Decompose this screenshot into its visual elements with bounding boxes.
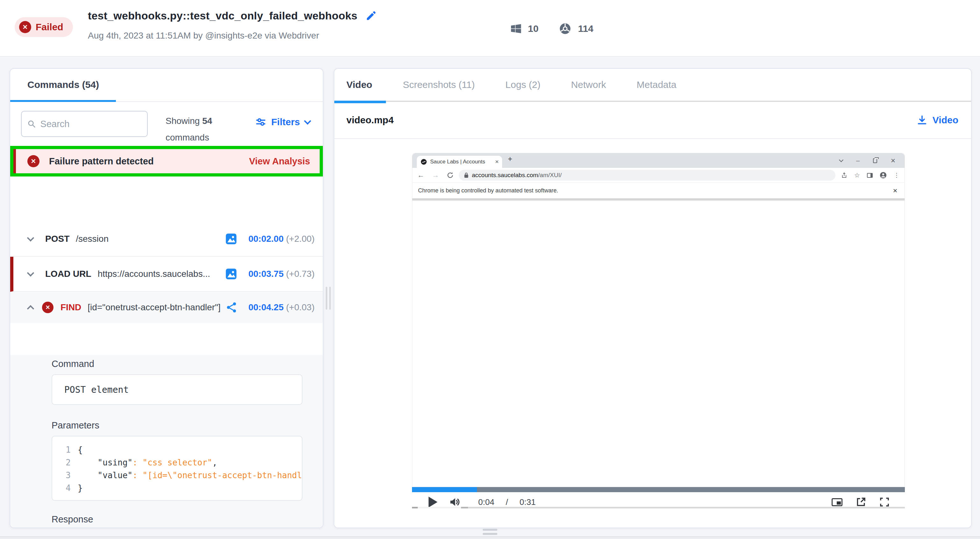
- browser-version: 114: [578, 23, 593, 34]
- chrome-icon: [559, 22, 571, 35]
- picture-in-picture-icon[interactable]: [832, 498, 842, 506]
- toolbar-right-icons: ☆ ⋮: [841, 171, 899, 179]
- command-section-label: Command: [52, 359, 302, 369]
- share-export-icon: [841, 172, 847, 179]
- command-time: 00:04.25 (+0.03): [248, 302, 315, 313]
- time-separator: /: [506, 497, 508, 507]
- video-progress-fill: [412, 487, 477, 492]
- current-time: 0:04: [478, 497, 495, 507]
- tab-metadata[interactable]: Metadata: [636, 79, 676, 90]
- url-host: accounts.saucelabs.com: [472, 172, 538, 179]
- os-version: 10: [528, 23, 538, 34]
- browser-tabstrip: Sauce Labs | Accounts ✕ + – ✕: [412, 153, 905, 168]
- chevron-down-icon[interactable]: [27, 234, 34, 242]
- chevron-down-icon: [304, 118, 311, 125]
- command-detail: /session: [76, 234, 108, 244]
- share-icon[interactable]: [226, 301, 237, 313]
- restore-icon: [873, 158, 877, 163]
- browser-tab-title: Sauce Labs | Accounts: [430, 159, 492, 165]
- infobar-close-icon: ✕: [893, 187, 897, 194]
- edit-title-pencil-icon[interactable]: [366, 11, 376, 21]
- test-subtitle: Aug 4th, 2023 at 11:51AM by @insights-e2…: [88, 30, 319, 41]
- filters-sliders-icon: [255, 116, 266, 128]
- command-time: 00:02.00 (+2.00): [248, 234, 315, 244]
- download-video-label: Video: [932, 115, 958, 126]
- video-frame-browser-window: Sauce Labs | Accounts ✕ + – ✕ ← →: [412, 153, 905, 487]
- search-icon: [27, 119, 36, 129]
- reload-icon: [447, 172, 454, 179]
- page-title: test_webhooks.py::test_vdc_only_failed_w…: [88, 10, 357, 22]
- browser-tab: Sauce Labs | Accounts ✕: [417, 156, 502, 168]
- commands-panel: Commands (54) Showing 54 commands: [10, 68, 323, 528]
- play-button[interactable]: [428, 497, 438, 507]
- minimize-icon: –: [856, 157, 860, 164]
- bottom-drawer-handle[interactable]: [483, 529, 497, 537]
- filters-button[interactable]: Filters: [255, 116, 310, 128]
- lock-icon: [464, 172, 469, 178]
- automation-infobar-text: Chrome is being controlled by automated …: [418, 187, 558, 194]
- tab-close-icon: ✕: [495, 159, 499, 165]
- url-path: /am/XUI/: [538, 172, 562, 179]
- address-bar: accounts.saucelabs.com/am/XUI/: [459, 170, 835, 181]
- tab-screenshots[interactable]: Screenshots (11): [403, 79, 475, 90]
- browser-menu-kebab-icon: ⋮: [894, 172, 899, 179]
- open-in-new-icon[interactable]: [856, 497, 866, 507]
- page-top-shadow: [412, 198, 905, 201]
- commands-tabbar: Commands (54): [10, 69, 323, 102]
- command-row-find[interactable]: ✕ FIND [id="onetrust-accept-btn-handler"…: [10, 292, 323, 323]
- parameters-section-label: Parameters: [52, 420, 302, 431]
- screenshot-image-icon[interactable]: [225, 268, 237, 280]
- command-detail: [id="onetrust-accept-btn-handler"]: [88, 302, 221, 313]
- panel-resize-handle[interactable]: [325, 287, 331, 312]
- header: ✕ Failed test_webhooks.py::test_vdc_only…: [0, 0, 980, 57]
- video-file-name: video.mp4: [347, 115, 393, 126]
- tab-network[interactable]: Network: [571, 79, 606, 90]
- tab-logs[interactable]: Logs (2): [505, 79, 540, 90]
- new-tab-icon: +: [508, 155, 512, 163]
- search-input[interactable]: [40, 119, 142, 129]
- failure-pattern-banner[interactable]: ✕ Failure pattern detected View Analysis: [13, 149, 320, 173]
- parameters-code-box: 1{ 2 "using": "css selector", 3 "value":…: [52, 436, 302, 501]
- status-badge: ✕ Failed: [14, 17, 73, 37]
- total-duration: 0:31: [520, 497, 536, 507]
- search-box[interactable]: [21, 111, 148, 137]
- code-line: 3 "value": "[id=\"onetrust-accept-btn-ha…: [59, 469, 302, 482]
- saucelabs-favicon: [421, 159, 427, 165]
- video-controls: 0:04 / 0:31: [412, 492, 905, 512]
- video-file-row: video.mp4 Video: [334, 102, 971, 139]
- video-progress-bar[interactable]: [412, 487, 905, 492]
- command-value-box: POST element: [52, 374, 302, 405]
- fullscreen-icon[interactable]: [880, 497, 889, 507]
- command-detail-section: Command POST element Parameters 1{ 2 "us…: [10, 355, 323, 528]
- chevron-up-icon[interactable]: [27, 305, 34, 313]
- showing-count-text: Showing 54 commands: [165, 113, 212, 146]
- command-method: POST: [45, 234, 69, 244]
- tab-commands[interactable]: Commands (54): [27, 69, 99, 100]
- status-badge-label: Failed: [36, 22, 64, 32]
- failure-banner-text: Failure pattern detected: [49, 156, 154, 167]
- bookmark-star-icon: ☆: [854, 171, 860, 179]
- screenshot-image-icon[interactable]: [225, 233, 237, 245]
- window-chevron-icon: [839, 158, 843, 162]
- code-line: 2 "using": "css selector",: [59, 456, 302, 469]
- volume-icon[interactable]: [449, 496, 460, 508]
- results-tabbar: Video Screenshots (11) Logs (2) Network …: [334, 69, 971, 102]
- side-panel-icon: [867, 173, 873, 178]
- command-row-load-url[interactable]: LOAD URL https://accounts.saucelabs... 0…: [10, 257, 323, 292]
- video-player[interactable]: Sauce Labs | Accounts ✕ + – ✕ ← →: [334, 140, 971, 528]
- video-horizontal-scrollbar[interactable]: [412, 507, 905, 509]
- chevron-down-icon[interactable]: [27, 270, 34, 277]
- command-method: FIND: [60, 302, 81, 313]
- profile-avatar-icon: [880, 172, 887, 179]
- command-row-post-session[interactable]: POST /session 00:02.00 (+2.00): [10, 222, 323, 257]
- view-analysis-link[interactable]: View Analysis: [249, 156, 310, 167]
- download-video-button[interactable]: Video: [916, 115, 958, 126]
- showing-count: 54: [202, 116, 212, 126]
- test-details-page: ✕ Failed test_webhooks.py::test_vdc_only…: [0, 0, 980, 539]
- tab-video[interactable]: Video: [347, 79, 372, 90]
- platform-info: 10 114: [510, 19, 593, 39]
- command-value: POST element: [64, 384, 129, 395]
- command-detail: https://accounts.saucelabs...: [98, 269, 210, 279]
- error-x-icon: ✕: [27, 155, 40, 167]
- code-line: 1{: [59, 443, 302, 456]
